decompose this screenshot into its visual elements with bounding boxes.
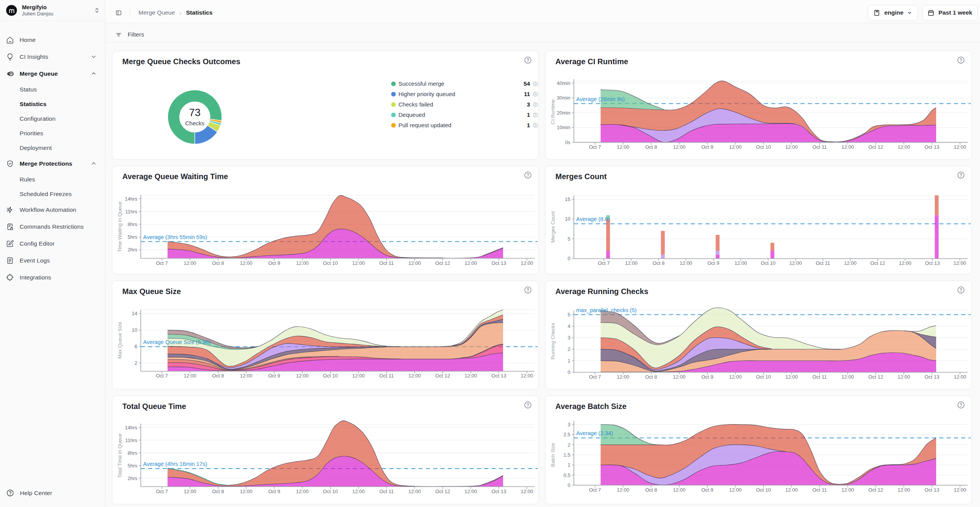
- svg-text:12:00: 12:00: [296, 260, 309, 266]
- svg-text:Oct 13: Oct 13: [925, 374, 939, 380]
- svg-text:2: 2: [135, 360, 137, 366]
- svg-text:Oct 10: Oct 10: [756, 144, 771, 150]
- svg-text:12:00: 12:00: [465, 260, 477, 266]
- svg-text:max_parallel_checks (5): max_parallel_checks (5): [576, 307, 637, 313]
- svg-text:Oct 11: Oct 11: [379, 489, 393, 494]
- svg-text:12:00: 12:00: [785, 374, 798, 380]
- svg-text:12:00: 12:00: [184, 489, 197, 494]
- svg-text:Oct 8: Oct 8: [645, 374, 657, 380]
- svg-text:Oct 8: Oct 8: [212, 373, 224, 379]
- svg-text:Oct 12: Oct 12: [868, 374, 883, 380]
- svg-text:0s: 0s: [565, 140, 570, 145]
- svg-text:Oct 11: Oct 11: [379, 260, 393, 266]
- svg-text:Oct 9: Oct 9: [268, 489, 280, 494]
- svg-text:2hrs: 2hrs: [128, 247, 138, 253]
- svg-text:2: 2: [568, 346, 570, 352]
- svg-text:12:00: 12:00: [352, 489, 365, 494]
- svg-text:12:00: 12:00: [408, 373, 421, 379]
- svg-text:Oct 10: Oct 10: [756, 487, 771, 493]
- svg-text:12:00: 12:00: [842, 374, 854, 380]
- svg-text:5hrs: 5hrs: [128, 234, 138, 240]
- svg-text:Oct 9: Oct 9: [268, 260, 280, 266]
- svg-text:Oct 10: Oct 10: [323, 489, 338, 494]
- svg-text:Oct 12: Oct 12: [870, 260, 885, 266]
- svg-text:12:00: 12:00: [465, 489, 477, 494]
- svg-text:12:00: 12:00: [789, 260, 802, 266]
- svg-text:12:00: 12:00: [954, 487, 967, 493]
- svg-text:Average (26min 9s): Average (26min 9s): [576, 96, 625, 102]
- svg-text:CI Runtime: CI Runtime: [550, 99, 556, 124]
- svg-text:12:00: 12:00: [954, 144, 967, 150]
- svg-text:Oct 8: Oct 8: [653, 260, 665, 266]
- svg-text:Oct 13: Oct 13: [925, 260, 940, 266]
- svg-text:Oct 8: Oct 8: [212, 260, 224, 266]
- svg-text:Oct 7: Oct 7: [156, 489, 168, 494]
- svg-text:Oct 12: Oct 12: [868, 144, 883, 150]
- svg-text:12:00: 12:00: [465, 373, 477, 379]
- svg-text:Oct 8: Oct 8: [645, 487, 657, 493]
- svg-text:Oct 10: Oct 10: [323, 260, 338, 266]
- svg-text:1: 1: [568, 358, 570, 364]
- svg-text:12:00: 12:00: [625, 260, 638, 266]
- svg-text:12:00: 12:00: [842, 144, 854, 150]
- svg-text:12:00: 12:00: [296, 373, 309, 379]
- svg-text:Average (4hrs 16min 17s): Average (4hrs 16min 17s): [143, 461, 207, 467]
- svg-text:Oct 11: Oct 11: [379, 373, 393, 379]
- svg-text:5: 5: [568, 236, 570, 242]
- svg-text:3: 3: [568, 422, 570, 427]
- svg-text:Oct 12: Oct 12: [868, 487, 883, 493]
- svg-text:20min: 20min: [557, 110, 570, 116]
- svg-text:Oct 13: Oct 13: [925, 144, 939, 150]
- svg-text:Oct 7: Oct 7: [156, 260, 168, 266]
- svg-text:12:00: 12:00: [842, 487, 854, 493]
- svg-text:12:00: 12:00: [785, 144, 798, 150]
- svg-text:Oct 13: Oct 13: [492, 373, 506, 379]
- svg-text:12:00: 12:00: [240, 373, 253, 379]
- svg-text:Oct 8: Oct 8: [212, 489, 224, 494]
- svg-text:Checks: Checks: [185, 120, 204, 126]
- svg-text:Oct 8: Oct 8: [645, 144, 657, 150]
- svg-text:8hrs: 8hrs: [128, 221, 138, 227]
- svg-text:12:00: 12:00: [617, 144, 630, 150]
- svg-text:Oct 9: Oct 9: [701, 487, 713, 493]
- svg-text:0: 0: [568, 482, 570, 488]
- svg-text:12:00: 12:00: [240, 489, 253, 494]
- svg-text:Oct 7: Oct 7: [156, 373, 168, 379]
- svg-text:12:00: 12:00: [617, 374, 630, 380]
- svg-text:Oct 7: Oct 7: [589, 487, 601, 493]
- svg-text:12:00: 12:00: [521, 260, 533, 266]
- svg-text:12:00: 12:00: [408, 489, 421, 494]
- svg-text:Oct 13: Oct 13: [492, 489, 506, 494]
- svg-text:12:00: 12:00: [954, 374, 967, 380]
- svg-text:8hrs: 8hrs: [128, 450, 138, 456]
- svg-text:2.5: 2.5: [563, 432, 570, 437]
- svg-text:12:00: 12:00: [184, 373, 197, 379]
- svg-text:40min: 40min: [557, 80, 570, 86]
- svg-text:Merges Count: Merges Count: [550, 211, 556, 243]
- svg-text:Total Time in Queue: Total Time in Queue: [117, 434, 123, 478]
- svg-text:Oct 7: Oct 7: [589, 144, 601, 150]
- svg-text:10min: 10min: [557, 125, 570, 130]
- svg-text:30min: 30min: [557, 95, 570, 101]
- svg-text:Oct 11: Oct 11: [812, 144, 827, 150]
- svg-text:2: 2: [568, 442, 570, 448]
- svg-text:73: 73: [189, 107, 200, 118]
- svg-text:15: 15: [565, 196, 570, 202]
- svg-text:12:00: 12:00: [785, 487, 798, 493]
- svg-text:Average (2.34): Average (2.34): [576, 430, 613, 436]
- svg-text:12:00: 12:00: [898, 374, 910, 380]
- svg-text:10: 10: [132, 327, 137, 333]
- svg-text:0: 0: [568, 256, 570, 261]
- svg-text:Oct 12: Oct 12: [435, 489, 450, 494]
- svg-text:4: 4: [568, 323, 570, 329]
- svg-text:11hrs: 11hrs: [125, 209, 137, 214]
- svg-text:14hrs: 14hrs: [125, 425, 137, 431]
- svg-text:Oct 10: Oct 10: [323, 373, 338, 379]
- svg-text:14: 14: [132, 311, 137, 316]
- svg-text:12:00: 12:00: [617, 487, 630, 493]
- svg-text:5: 5: [568, 312, 570, 317]
- svg-text:0: 0: [568, 369, 570, 375]
- svg-text:Oct 11: Oct 11: [812, 374, 827, 380]
- svg-text:6: 6: [135, 344, 137, 349]
- svg-text:Oct 13: Oct 13: [492, 260, 506, 266]
